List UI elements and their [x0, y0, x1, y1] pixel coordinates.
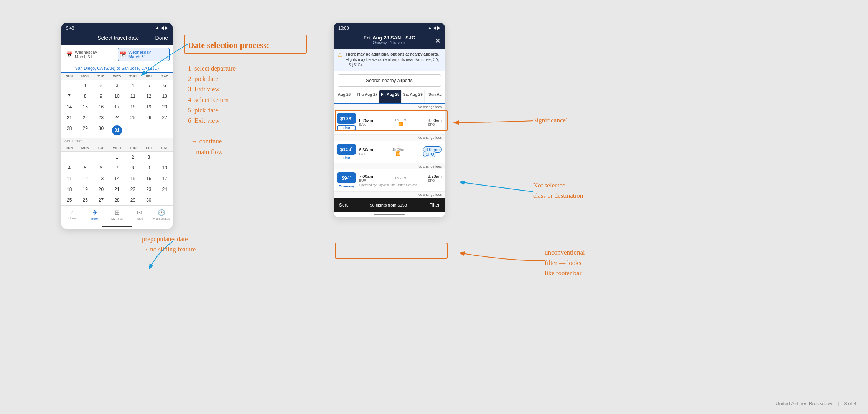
no-change-fees-3: No change fees [334, 163, 445, 169]
cal-cell[interactable]: 27 [157, 112, 173, 123]
cal-cell[interactable]: 4 [125, 80, 141, 91]
cal-cell[interactable]: 12 [77, 173, 93, 184]
date-tab-aug28[interactable]: Fri Aug 28 ··· [379, 90, 402, 103]
cal-cell[interactable]: 18 [125, 102, 141, 112]
flight-3-arrive-airport: SFO [428, 179, 442, 182]
cal-cell[interactable]: 11 [125, 91, 141, 102]
cal-cell[interactable]: 21 [109, 184, 125, 195]
cal-cell[interactable]: 3 [109, 80, 125, 91]
nav-home[interactable]: ⌂ Home [61, 206, 84, 224]
cal-cell[interactable]: 16 [93, 102, 109, 112]
divider: | [838, 401, 839, 406]
cal-cell[interactable]: 25 [61, 195, 77, 205]
flight-header: Fri, Aug 28 SAN - SJC Oneway · 1 travele… [334, 33, 445, 49]
cal-cell[interactable]: 28 [61, 123, 77, 138]
cal-cell[interactable]: 22 [77, 112, 93, 123]
cal-cell[interactable]: 14 [61, 102, 77, 112]
brand-label: United Airlines Breakdown [776, 401, 834, 406]
cal-cell[interactable]: 17 [157, 173, 173, 184]
nav-my-trips[interactable]: ⊞ My Trips [106, 206, 128, 224]
sort-button[interactable]: Sort [339, 202, 348, 208]
cal-cell[interactable]: 26 [141, 112, 156, 123]
cal-cell[interactable]: 14 [109, 173, 125, 184]
trips-icon: ⊞ [115, 209, 120, 216]
cal-cell[interactable]: 3 [141, 152, 156, 163]
flight-card-2[interactable]: $153* First 6:30am LAX 1h 30m📶 8:00am SF… [334, 141, 445, 163]
cal-cell[interactable]: 10 [157, 163, 173, 173]
cal-cell[interactable]: 5 [77, 163, 93, 173]
cal-cell[interactable]: 20 [93, 184, 109, 195]
nav-book[interactable]: ✈ Book [84, 206, 106, 224]
cal-cell[interactable]: 19 [77, 184, 93, 195]
flight-card-3[interactable]: $94* Economy 7:00am BUR 1h 23m 8:23am SF… [334, 169, 445, 192]
flight-3-price: $94* [337, 172, 356, 183]
flight-card-1[interactable]: $173* First 6:25am SAN 1h 35m📶 8:00am SF… [334, 110, 445, 135]
day-fri-apr: FRI [141, 145, 156, 151]
day-mon: MON [77, 73, 93, 80]
cal-cell[interactable]: 16 [141, 173, 156, 184]
cal-cell[interactable]: 8 [125, 163, 141, 173]
cal-cell[interactable]: 20 [157, 102, 173, 112]
cal-cell[interactable]: 22 [125, 184, 141, 195]
cal-cell[interactable]: 15 [125, 173, 141, 184]
date-tab-aug26[interactable]: Aug 26 ··· [334, 90, 355, 103]
cal-cell[interactable]: 26 [77, 195, 93, 205]
filter-button[interactable]: Filter [429, 202, 440, 208]
cal-cell[interactable]: 27 [93, 195, 109, 205]
cal-cell[interactable]: 19 [141, 102, 156, 112]
flight-3-duration: 1h 23m [376, 176, 426, 180]
cal-cell[interactable]: 11 [61, 173, 77, 184]
nav-inbox[interactable]: ✉ Inbox [128, 206, 150, 224]
cal-cell[interactable]: 30 [93, 123, 109, 138]
cal-cell[interactable] [61, 80, 77, 91]
cal-cell[interactable]: 24 [157, 184, 173, 195]
cal-cell[interactable]: 12 [141, 91, 156, 102]
return-date-box[interactable]: 📅 WednesdayMarch 31 [118, 48, 170, 61]
cal-cell[interactable]: 2 [93, 80, 109, 91]
cal-cell[interactable]: 18 [61, 184, 77, 195]
cal-cell-31[interactable]: 31 [112, 125, 122, 135]
cal-cell[interactable]: 8 [77, 91, 93, 102]
cal-cell[interactable]: 13 [157, 91, 173, 102]
date-tab-sun[interactable]: Sun Au ··· [425, 90, 445, 103]
cal-cell[interactable]: 17 [109, 102, 125, 112]
cal-cell[interactable]: 6 [93, 163, 109, 173]
date-tab-aug29[interactable]: Sat Aug 29 ··· [402, 90, 425, 103]
close-button[interactable]: ✕ [435, 37, 440, 44]
nav-flight-status[interactable]: 🕐 Flight Status [150, 206, 173, 224]
cal-cell[interactable]: 21 [61, 112, 77, 123]
cal-cell-selected[interactable]: 31 [109, 123, 125, 138]
cal-cell[interactable]: 9 [93, 91, 109, 102]
flight-2-class: First [337, 156, 356, 160]
nav-inbox-label: Inbox [135, 217, 143, 220]
cal-cell[interactable]: 9 [141, 163, 156, 173]
cal-cell[interactable]: 1 [109, 152, 125, 163]
cal-cell[interactable]: 30 [141, 195, 156, 205]
cal-cell[interactable]: 24 [109, 112, 125, 123]
cal-cell[interactable]: 15 [77, 102, 93, 112]
cal-cell[interactable]: 29 [125, 195, 141, 205]
no-change-fees-4: No change fees [334, 192, 445, 198]
annotation-prepopulates: prepopulates date→ no sliding feature [142, 234, 196, 255]
done-button[interactable]: Done [155, 35, 168, 41]
cal-cell[interactable]: 25 [125, 112, 141, 123]
cal-cell[interactable]: 7 [61, 91, 77, 102]
cal-cell[interactable]: 23 [93, 112, 109, 123]
cal-cell[interactable]: 7 [109, 163, 125, 173]
cal-cell[interactable]: 4 [61, 163, 77, 173]
cal-cell[interactable]: 29 [77, 123, 93, 138]
search-nearby-airports-button[interactable]: Search nearby airports [338, 74, 441, 87]
day-fri: FRI [141, 73, 156, 80]
cal-cell[interactable]: 5 [141, 80, 156, 91]
departure-date-box[interactable]: 📅 WednesdayMarch 31 [64, 48, 115, 61]
cal-cell[interactable]: 10 [109, 91, 125, 102]
cal-cell[interactable]: 13 [93, 173, 109, 184]
cal-cell[interactable]: 6 [157, 80, 173, 91]
cal-cell[interactable]: 28 [109, 195, 125, 205]
flight-1-arrive-time: 8:00am [428, 118, 442, 123]
day-sun-apr: SUN [61, 145, 77, 151]
date-tab-aug27[interactable]: Thu Aug 27 ··· [355, 90, 379, 103]
cal-cell[interactable]: 2 [125, 152, 141, 163]
cal-cell[interactable]: 23 [141, 184, 156, 195]
cal-cell[interactable]: 1 [77, 80, 93, 91]
